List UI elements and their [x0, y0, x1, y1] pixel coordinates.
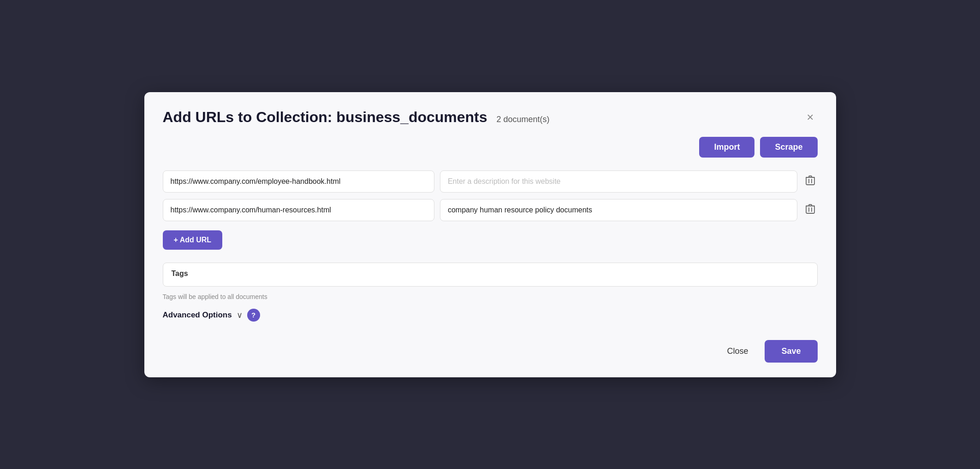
help-icon[interactable]: ?: [247, 309, 260, 322]
modal-header: Add URLs to Collection: business_documen…: [163, 109, 818, 126]
add-url-button[interactable]: + Add URL: [163, 230, 223, 250]
delete-row-2-button[interactable]: [803, 202, 818, 218]
desc-input-2[interactable]: [440, 199, 797, 221]
trash-icon-2: [806, 204, 815, 216]
url-rows: [163, 170, 818, 221]
scrape-button[interactable]: Scrape: [760, 137, 817, 158]
desc-input-1[interactable]: [440, 170, 797, 193]
svg-rect-1: [806, 206, 814, 213]
tags-label: Tags: [172, 270, 809, 278]
url-input-1[interactable]: [163, 170, 434, 193]
import-button[interactable]: Import: [699, 137, 754, 158]
tags-hint: Tags will be applied to all documents: [163, 293, 818, 300]
delete-row-1-button[interactable]: [803, 173, 818, 189]
close-x-button[interactable]: ×: [803, 109, 817, 125]
modal-footer: Close Save: [163, 340, 818, 363]
url-input-2[interactable]: [163, 199, 434, 221]
trash-icon-1: [806, 175, 815, 188]
url-row: [163, 170, 818, 193]
modal-title: Add URLs to Collection: business_documen…: [163, 109, 487, 126]
doc-count: 2 document(s): [497, 115, 550, 124]
url-row: [163, 199, 818, 221]
tags-section: Tags: [163, 263, 818, 287]
title-area: Add URLs to Collection: business_documen…: [163, 109, 550, 126]
modal: Add URLs to Collection: business_documen…: [144, 92, 836, 377]
svg-rect-0: [806, 177, 814, 185]
close-button[interactable]: Close: [718, 341, 757, 362]
chevron-down-icon[interactable]: ∨: [237, 310, 243, 320]
advanced-options-section: Advanced Options ∨ ?: [163, 309, 818, 322]
advanced-options-label: Advanced Options: [163, 311, 232, 320]
toolbar: Import Scrape: [163, 137, 818, 158]
close-x-icon: ×: [807, 110, 814, 124]
save-button[interactable]: Save: [765, 340, 817, 363]
